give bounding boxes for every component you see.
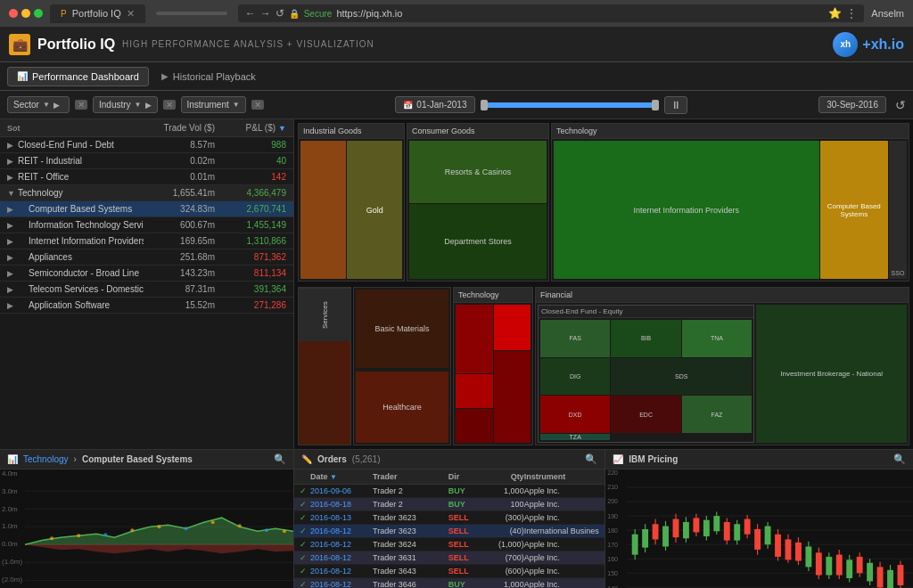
treemap-cell-internet[interactable]: Internet Information Providers <box>554 141 819 279</box>
instrument-filter[interactable]: Instrument ▼ <box>181 96 246 113</box>
tab-close-icon[interactable]: ✕ <box>127 8 135 20</box>
table-row[interactable]: ▼ Technology 1,655.41m 4,366,479 <box>0 185 293 201</box>
table-row[interactable]: ▶ Semiconductor - Broad Line 143.23m 811… <box>0 265 293 282</box>
order-dir: SELL <box>448 527 484 535</box>
date-range-slider[interactable] <box>481 102 659 108</box>
treemap-cell-department[interactable]: Department Stores <box>409 204 547 279</box>
treemap-cell-metals[interactable] <box>300 141 346 279</box>
orders-col-trader: Trader <box>373 472 448 481</box>
address-bar[interactable]: ← → ↺ 🔒 Secure https://piq.xh.io ⭐ ⋮ <box>238 4 865 22</box>
col-vol-header: Trade Vol ($) <box>144 123 215 133</box>
play-icon: ▶ <box>161 71 169 81</box>
browser-tab[interactable]: P Portfolio IQ ✕ <box>50 4 145 23</box>
table-row[interactable]: ▶ Internet Information Providers 169.65m… <box>0 233 293 249</box>
table-row[interactable]: ▶ REIT - Industrial 0.02m 40 <box>0 153 293 169</box>
row-toggle-icon[interactable]: ▶ <box>7 157 18 166</box>
url-text: https://piq.xh.io <box>336 8 402 19</box>
row-toggle-icon[interactable]: ▶ <box>7 141 18 150</box>
orders-row[interactable]: ✓ 2016-08-12 Trader 3624 SELL (1,000) Ap… <box>294 538 605 551</box>
table-row[interactable]: ▶ Closed-End Fund - Debt 8.57m 988 <box>0 137 293 153</box>
svg-point-8 <box>77 534 80 537</box>
order-qty: 100 <box>484 500 524 509</box>
table-row[interactable]: ▶ Telecom Services - Domestic 87.31m 391… <box>0 282 293 298</box>
table-row[interactable]: ▶ Appliances 251.68m 871,362 <box>0 249 293 265</box>
row-name: Appliances <box>18 252 144 262</box>
row-toggle-icon[interactable]: ▶ <box>7 301 18 310</box>
treemap-panel: Industrial Goods Gold Consumer Goods Res… <box>294 119 913 449</box>
orders-row[interactable]: ✓ 2016-08-12 Trader 3643 SELL (600) Appl… <box>294 565 605 578</box>
sector-clear-icon[interactable]: ✕ <box>75 100 87 110</box>
industry-clear-icon[interactable]: ✕ <box>163 100 176 110</box>
row-pnl: 4,366,479 <box>215 188 286 198</box>
orders-row[interactable]: ✓ 2016-08-13 Trader 3623 SELL (300) Appl… <box>294 511 605 525</box>
tab-performance-dashboard[interactable]: 📊 Performance Dashboard <box>7 67 149 86</box>
col-pnl-header: P&L ($) ▼ <box>215 123 286 133</box>
row-name: Technology <box>18 188 144 198</box>
industry-filter[interactable]: Industry ▼ ▶ <box>93 96 158 113</box>
table-row[interactable]: ▶ Computer Based Systems 324.83m 2,670,7… <box>0 201 293 217</box>
treemap-industrial-label: Industrial Goods <box>299 124 404 139</box>
row-toggle-icon[interactable]: ▶ <box>7 285 18 294</box>
treemap-cell-t1[interactable] <box>456 305 493 373</box>
minimize-button[interactable] <box>21 9 30 18</box>
orders-row[interactable]: ✓ 2016-08-12 Trader 3623 SELL (40) Inter… <box>294 525 605 538</box>
table-row[interactable]: ▶ Application Software 15.52m 271,286 <box>0 298 293 314</box>
date-start[interactable]: 📅 01-Jan-2013 <box>395 96 474 113</box>
chart-panel-icon: 📊 <box>7 454 18 464</box>
row-toggle-icon[interactable]: ▶ <box>7 173 18 182</box>
instrument-clear-icon[interactable]: ✕ <box>251 100 264 110</box>
row-pnl: 871,362 <box>215 252 286 262</box>
row-vol: 143.23m <box>144 268 215 278</box>
date-end[interactable]: 30-Sep-2016 <box>818 96 886 113</box>
treemap-cell-basic[interactable]: Basic Materials <box>356 290 448 368</box>
order-trader: Trader 2 <box>373 486 448 495</box>
orders-search-icon[interactable]: 🔍 <box>585 453 597 465</box>
treemap-cell-healthcare[interactable]: Healthcare <box>356 372 448 443</box>
maximize-button[interactable] <box>34 9 43 18</box>
treemap-cell-invest[interactable]: Investment Brokerage - National <box>756 305 907 443</box>
row-toggle-icon[interactable]: ▶ <box>7 237 18 246</box>
treemap-cell-t3[interactable] <box>456 409 493 443</box>
order-dir: SELL <box>448 567 484 576</box>
treemap-cell-sso[interactable]: SSO <box>889 141 907 279</box>
treemap-consumer-label: Consumer Goods <box>407 124 548 139</box>
treemap-cell-cbs[interactable]: Computer Based Systems <box>820 141 888 279</box>
row-toggle-icon[interactable]: ▶ <box>7 269 18 278</box>
pause-button[interactable]: ⏸ <box>664 96 687 114</box>
order-instrument: Apple Inc. <box>524 500 600 509</box>
row-toggle-icon[interactable]: ▶ <box>7 221 18 230</box>
refresh-button[interactable]: ↺ <box>895 98 906 112</box>
orders-row[interactable]: ✓ 2016-08-18 Trader 2 BUY 100 Apple Inc. <box>294 498 605 511</box>
chart-search-icon[interactable]: 🔍 <box>274 453 286 465</box>
treemap-cell-t5[interactable] <box>494 351 531 443</box>
treemap-tech-bot-label: Technology <box>454 288 532 303</box>
table-row[interactable]: ▶ REIT - Office 0.01m 142 <box>0 169 293 185</box>
row-toggle-icon[interactable]: ▼ <box>7 189 18 198</box>
close-button[interactable] <box>9 9 18 18</box>
xh-text: +xh.io <box>862 37 904 53</box>
tab-historical-playback[interactable]: ▶ Historical Playback <box>152 68 265 86</box>
chart-breadcrumb-tech[interactable]: Technology <box>23 454 69 464</box>
treemap-cell-resorts[interactable]: Resorts & Casinos <box>409 141 547 203</box>
treemap-cell-gold[interactable]: Gold <box>347 141 402 279</box>
orders-row[interactable]: ✓ 2016-08-12 Trader 3631 SELL (700) Appl… <box>294 551 605 565</box>
orders-row[interactable]: ✓ 2016-09-06 Trader 2 BUY 1,000 Apple In… <box>294 485 605 498</box>
row-pnl: 142 <box>215 172 286 182</box>
row-toggle-icon[interactable]: ▶ <box>7 253 18 262</box>
app-logo: 💼 <box>9 34 30 55</box>
sector-filter[interactable]: Sector ▼ ▶ <box>7 96 70 113</box>
treemap-cell-t4[interactable] <box>494 305 531 350</box>
order-dir: BUY <box>448 500 484 509</box>
row-vol: 0.01m <box>144 172 215 182</box>
svg-point-16 <box>283 529 286 533</box>
orders-row[interactable]: ✓ 2016-08-12 Trader 3646 BUY 1,000 Apple… <box>294 578 605 588</box>
row-name: Application Software <box>18 300 144 310</box>
treemap-technology-top: Technology Internet Information Provider… <box>551 123 909 282</box>
sector-arrow-icon: ▼ <box>43 101 50 109</box>
app-subtitle: HIGH PERFORMANCE ANALYSIS + VISUALIZATIO… <box>122 39 374 49</box>
treemap-cell-t2[interactable] <box>456 374 493 408</box>
row-toggle-icon[interactable]: ▶ <box>7 205 18 214</box>
table-row[interactable]: ▶ Information Technology Services 600.67… <box>0 217 293 233</box>
row-vol: 87.31m <box>144 284 215 294</box>
ibm-search-icon[interactable]: 🔍 <box>893 453 906 465</box>
